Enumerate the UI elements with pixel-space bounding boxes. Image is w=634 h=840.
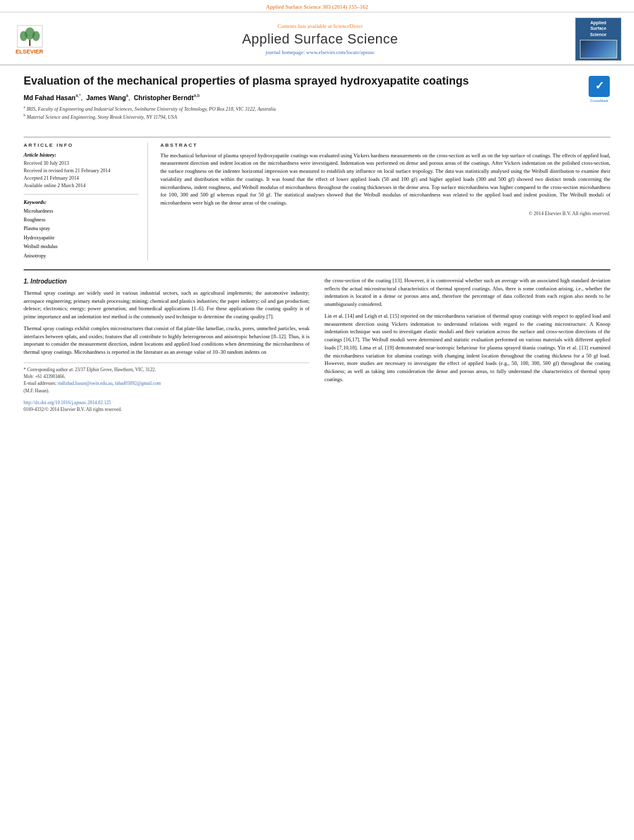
body-col-right: the cross-section of the coating [13]. H… [324, 277, 610, 413]
intro-para-3: the cross-section of the coating [13]. H… [324, 277, 610, 308]
intro-para-2: Thermal spray coatings exhibit complex m… [24, 325, 310, 356]
body-col-left: 1. Introduction Thermal spray coatings a… [24, 277, 310, 413]
keyword-1: Microhardness [24, 207, 139, 216]
keyword-6: Anisotropy [24, 252, 139, 261]
affiliation-b: b Material Science and Engineering, Ston… [24, 113, 582, 121]
article-title-text: Evaluation of the mechanical properties … [24, 74, 582, 127]
authors-line: Md Fahad Hasana,*, James Wanga, Christop… [24, 93, 582, 101]
svg-text:ELSEVIER: ELSEVIER [16, 48, 44, 55]
footnote-section: * Corresponding author at: 23/37 Elphin … [24, 362, 310, 394]
author-3: Christopher Berndt [134, 94, 193, 101]
intro-para-1: Thermal spray coatings are widely used i… [24, 289, 310, 321]
history-item-2: Received in revised form 21 February 201… [24, 167, 139, 175]
footnote-star: * Corresponding author at: 23/37 Elphin … [24, 366, 310, 373]
article-title: Evaluation of the mechanical properties … [24, 74, 582, 88]
journal-top-bar: Applied Surface Science 303 (2014) 155–1… [0, 0, 634, 12]
page-wrapper: Applied Surface Science 303 (2014) 155–1… [0, 0, 634, 422]
svg-point-2 [20, 31, 27, 41]
body-divider [24, 269, 610, 270]
keyword-3: Plasma spray [24, 224, 139, 233]
info-divider [24, 194, 139, 195]
body-two-col: 1. Introduction Thermal spray coatings a… [24, 277, 610, 413]
sciencedirect-line: Contents lists available at ScienceDirec… [65, 23, 575, 29]
main-content: Evaluation of the mechanical properties … [0, 65, 634, 422]
abstract-col: ABSTRACT The mechanical behaviour of pla… [160, 142, 610, 261]
intro-para-4: Lin et al. [14] and Leigh et al. [15] re… [324, 312, 610, 384]
journal-title-large: Applied Surface Science [65, 31, 575, 47]
title-divider [24, 137, 610, 137]
elsevier-logo: ELSEVIER [12, 21, 65, 58]
issn-line: 0169-4332/© 2014 Elsevier B.V. All right… [24, 406, 310, 413]
crossmark-badge: ✓ CrossMark [588, 75, 610, 98]
doi-line: http://dx.doi.org/10.1016/j.apsusc.2014.… [24, 399, 310, 406]
abstract-text: The mechanical behaviour of plasma spray… [160, 152, 610, 207]
two-col-section: ARTICLE INFO Article history: Received 3… [24, 142, 610, 261]
author-1: Md Fahad Hasan [24, 94, 75, 101]
keywords-heading: Keywords: [24, 199, 139, 205]
article-info-label: ARTICLE INFO [24, 142, 139, 148]
history-heading: Article history: [24, 152, 139, 158]
keywords-list: Microhardness Roughness Plasma spray Hyd… [24, 207, 139, 261]
article-info-col: ARTICLE INFO Article history: Received 3… [24, 142, 148, 261]
svg-text:✓: ✓ [595, 80, 604, 92]
keyword-5: Weibull modulus [24, 242, 139, 251]
copyright-line: © 2014 Elsevier B.V. All rights reserved… [160, 211, 610, 216]
email-link-2[interactable]: fahad03092@gmail.com [115, 381, 161, 386]
journal-cover-image: AppliedSurfaceScience [575, 17, 622, 61]
header-center: Contents lists available at ScienceDirec… [65, 23, 575, 55]
affiliation-a: a IRIS, Faculty of Engineering and Indus… [24, 104, 582, 113]
keyword-4: Hydroxyapatite [24, 234, 139, 242]
author-2: James Wang [86, 94, 126, 101]
elsevier-logo-svg: ELSEVIER [14, 22, 64, 57]
footnote-email-suffix: (M.F. Hasan). [24, 387, 310, 394]
header-area: ELSEVIER Contents lists available at Sci… [0, 12, 634, 65]
doi-link[interactable]: http://dx.doi.org/10.1016/j.apsusc.2014.… [24, 400, 111, 405]
journal-citation: Applied Surface Science 303 (2014) 155–1… [266, 4, 369, 10]
history-item-3: Accepted 21 February 2014 [24, 175, 139, 182]
journal-homepage: journal homepage: www.elsevier.com/locat… [65, 49, 575, 55]
intro-heading: 1. Introduction [24, 277, 310, 286]
footnote-email: E-mail addresses: mdfahad.hasan@swin.edu… [24, 380, 310, 387]
footnote-mob: Mob: +61 433903466. [24, 373, 310, 380]
history-item-1: Received 30 July 2013 [24, 160, 139, 167]
abstract-label: ABSTRACT [160, 142, 610, 148]
article-title-section: Evaluation of the mechanical properties … [24, 74, 610, 132]
email-link-1[interactable]: mdfahad.hasan@swin.edu.au [58, 381, 113, 386]
affiliations: a IRIS, Faculty of Engineering and Indus… [24, 104, 582, 121]
svg-point-3 [32, 31, 40, 41]
keyword-2: Roughness [24, 216, 139, 224]
history-item-4: Available online 2 March 2014 [24, 182, 139, 190]
